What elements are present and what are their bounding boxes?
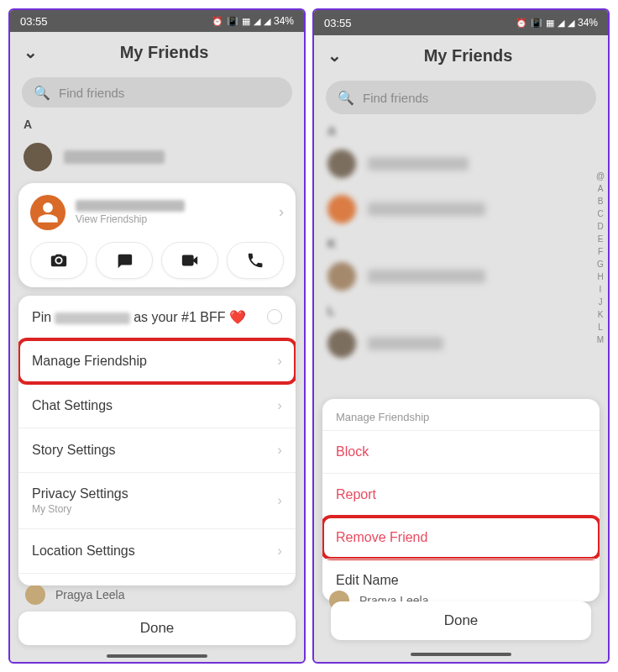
block-option[interactable]: Block	[322, 430, 600, 473]
friend-row[interactable]	[314, 141, 608, 186]
friend-name-blurred	[76, 200, 185, 212]
view-friendship-link[interactable]: View Friendship	[76, 213, 269, 225]
friend-name-blurred	[64, 150, 165, 164]
status-right: ⏰ 📳 ▦ ◢ ◢ 34%	[212, 15, 294, 27]
search-input[interactable]: 🔍 Find friends	[326, 81, 596, 114]
remove-friend-option[interactable]: Remove Friend	[322, 516, 600, 559]
search-input[interactable]: 🔍 Find friends	[22, 77, 292, 107]
chevron-down-icon[interactable]: ⌄	[327, 45, 342, 66]
section-header-a: A	[314, 119, 608, 141]
battery-pct: 34%	[274, 15, 294, 27]
friend-row[interactable]	[314, 321, 608, 366]
friend-row[interactable]	[314, 186, 608, 232]
avatar	[327, 262, 356, 291]
status-bar: 03:55 ⏰ 📳 ▦ ◢ ◢ 34%	[314, 10, 608, 35]
status-time: 03:55	[20, 15, 48, 28]
chevron-right-icon: ›	[277, 442, 282, 459]
avatar	[25, 585, 45, 605]
signal2-icon: ◢	[264, 16, 270, 27]
avatar	[24, 143, 52, 171]
alpha-index[interactable]: @ A B C D E F G H I J K L M	[594, 170, 606, 346]
status-bar: 03:55 ⏰ 📳 ▦ ◢ ◢ 34%	[10, 10, 304, 32]
battery-pct: 34%	[578, 17, 598, 29]
search-icon: 🔍	[338, 90, 354, 106]
friend-name: Pragya Leela	[55, 588, 125, 601]
page-title: My Friends	[342, 46, 594, 66]
avatar	[327, 150, 356, 178]
section-header-l: L	[314, 299, 608, 321]
avatar	[327, 329, 356, 358]
sheet-title: Manage Friendship	[322, 399, 600, 430]
phone-screen-left: 03:55 ⏰ 📳 ▦ ◢ ◢ 34% ⌄ My Friends 🔍 Find …	[8, 8, 306, 664]
nav-handle	[107, 654, 207, 658]
alarm-icon: ⏰	[212, 16, 223, 27]
volte-icon: ▦	[242, 16, 250, 27]
chat-button[interactable]	[96, 242, 153, 279]
privacy-settings-option[interactable]: Privacy SettingsMy Story ›	[18, 473, 296, 529]
nav-handle	[411, 653, 511, 656]
friend-name-blurred	[368, 270, 485, 283]
manage-friendship-sheet: Manage Friendship Block Report Remove Fr…	[322, 399, 600, 601]
pin-bff-option[interactable]: Pinas your #1 BFF ❤️	[18, 296, 296, 339]
signal1-icon: ◢	[558, 18, 564, 29]
chevron-right-icon: ›	[277, 492, 282, 509]
friend-row[interactable]	[314, 254, 608, 299]
chevron-right-icon: ›	[277, 543, 282, 559]
done-button[interactable]: Done	[18, 612, 296, 646]
search-icon: 🔍	[34, 85, 50, 101]
status-time: 03:55	[324, 17, 352, 29]
search-placeholder: Find friends	[363, 91, 428, 105]
send-profile-option[interactable]: Send Profile To…	[18, 574, 296, 585]
page-title: My Friends	[38, 43, 291, 62]
signal2-icon: ◢	[568, 18, 574, 29]
friend-name-blurred	[368, 337, 443, 350]
volte-icon: ▦	[546, 18, 554, 29]
phone-screen-right: 03:55 ⏰ 📳 ▦ ◢ ◢ 34% ⌄ My Friends 🔍 Find …	[312, 8, 610, 664]
friend-row-peek: Pragya Leela	[10, 585, 304, 605]
section-header-a: A	[10, 113, 304, 134]
avatar[interactable]	[30, 195, 65, 230]
signal1-icon: ◢	[254, 16, 260, 27]
friend-popup-card: View Friendship ›	[18, 183, 296, 287]
vibrate-icon: 📳	[531, 18, 542, 29]
vibrate-icon: 📳	[227, 16, 238, 27]
avatar	[327, 195, 356, 223]
search-placeholder: Find friends	[59, 86, 124, 100]
header: ⌄ My Friends	[10, 32, 304, 72]
story-settings-option[interactable]: Story Settings ›	[18, 428, 296, 473]
chat-settings-option[interactable]: Chat Settings ›	[18, 384, 296, 428]
done-button[interactable]: Done	[331, 601, 591, 640]
camera-button[interactable]	[30, 242, 87, 279]
friend-name-blurred	[368, 202, 485, 216]
chevron-right-icon: ›	[277, 353, 282, 370]
status-right: ⏰ 📳 ▦ ◢ ◢ 34%	[516, 17, 598, 29]
location-settings-option[interactable]: Location Settings ›	[18, 529, 296, 574]
friend-name-blurred	[55, 312, 130, 324]
report-option[interactable]: Report	[322, 473, 600, 516]
section-header-k: K	[314, 232, 608, 254]
chevron-right-icon: ›	[277, 397, 282, 414]
friend-name-blurred	[368, 157, 469, 171]
video-button[interactable]	[161, 242, 218, 279]
friend-menu-list: Pinas your #1 BFF ❤️ Manage Friendship ›…	[18, 296, 296, 585]
radio-icon[interactable]	[267, 309, 282, 324]
alarm-icon: ⏰	[516, 18, 527, 29]
chevron-right-icon[interactable]: ›	[279, 203, 284, 221]
header: ⌄ My Friends	[314, 35, 608, 76]
call-button[interactable]	[227, 242, 284, 279]
friend-row[interactable]	[10, 134, 304, 180]
chevron-down-icon[interactable]: ⌄	[24, 42, 38, 62]
manage-friendship-option[interactable]: Manage Friendship ›	[18, 339, 296, 384]
